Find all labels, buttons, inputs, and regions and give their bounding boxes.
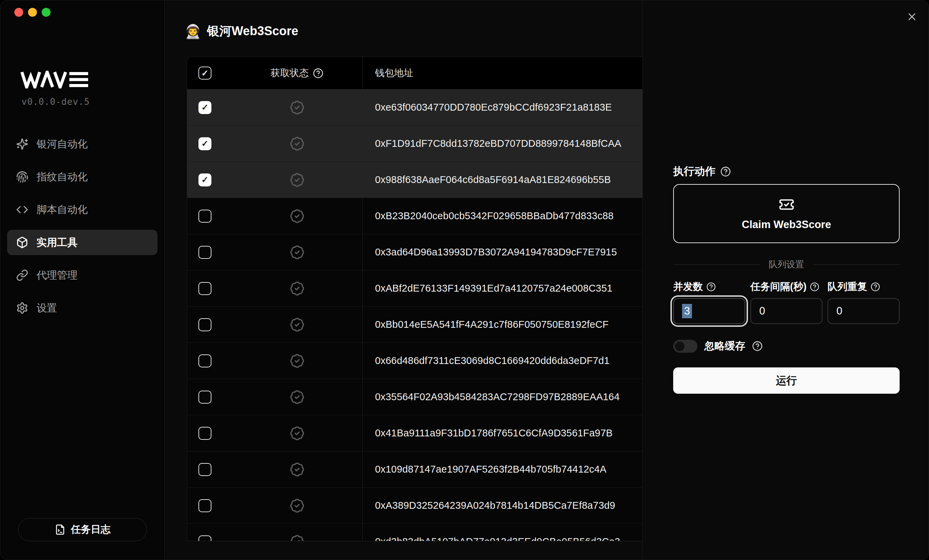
help-icon[interactable] <box>871 282 880 292</box>
gear-icon <box>16 302 28 314</box>
table-row[interactable]: 0xF1D91dF7C8dd13782eBD707DD8899784148BfC… <box>187 125 642 162</box>
zoom-window-button[interactable] <box>42 8 51 17</box>
sidebar-item-5[interactable]: 设置 <box>7 295 158 321</box>
badge-check-icon <box>290 534 305 542</box>
code-icon <box>16 203 28 216</box>
row-checkbox[interactable] <box>198 210 212 223</box>
minimize-window-button[interactable] <box>28 8 37 17</box>
select-all-checkbox[interactable] <box>198 67 212 80</box>
traffic-lights <box>14 8 51 17</box>
row-checkbox[interactable] <box>198 101 212 114</box>
table-row[interactable]: 0x3ad64D96a13993D7B3072A94194783D9cF7E79… <box>187 234 642 271</box>
field-value: 0 <box>759 305 765 317</box>
queue-fields: 并发数 3 任务间隔(秒) 0 队列重复 0 <box>673 280 900 324</box>
badge-check-icon <box>290 317 305 332</box>
badge-check-icon <box>290 462 305 477</box>
badge-check-icon <box>290 390 305 405</box>
close-icon[interactable] <box>906 11 918 23</box>
claim-web3score-button[interactable]: Claim Web3Score <box>673 184 900 243</box>
row-checkbox[interactable] <box>198 137 212 150</box>
table-row[interactable]: 0x41Ba9111a9F31bD1786f7651C6CfA9D3561Fa9… <box>187 415 642 451</box>
table-row[interactable]: 0x109d87147ae1907AF5263f2B44b705fb74412c… <box>187 451 642 488</box>
wallet-address: 0xA389D325264239A024b7814b14DB5Ca7Ef8a73… <box>375 500 615 511</box>
field-input[interactable]: 0 <box>750 298 822 324</box>
row-checkbox[interactable] <box>198 282 212 295</box>
badge-check-icon <box>290 173 305 187</box>
wallet-address: 0xF1D91dF7C8dd13782eBD707DD8899784148BfC… <box>375 138 621 149</box>
field-value: 0 <box>837 305 842 317</box>
field-input[interactable]: 0 <box>828 298 900 324</box>
help-icon[interactable] <box>313 68 323 78</box>
help-icon[interactable] <box>810 282 819 292</box>
help-icon[interactable] <box>706 282 716 292</box>
badge-check-icon <box>290 209 305 223</box>
row-checkbox[interactable] <box>198 318 212 331</box>
row-checkbox[interactable] <box>198 499 212 512</box>
ignore-cache-label: 忽略缓存 <box>704 339 745 353</box>
badge-check-icon <box>290 426 305 441</box>
status-column-header: 获取状态 <box>270 67 309 80</box>
wallet-address: 0x66d486df7311cE3069d8C1669420dd6da3eDF7… <box>375 355 610 366</box>
field-input[interactable]: 3 <box>673 298 745 324</box>
sidebar-item-0[interactable]: 银河自动化 <box>7 132 158 157</box>
wallet-address: 0x35564F02A93b4584283AC7298FD97B2889EAA1… <box>375 391 619 402</box>
close-window-button[interactable] <box>14 8 23 17</box>
run-button[interactable]: 运行 <box>673 367 900 394</box>
sidebar: v0.0.0-dev.5 银河自动化 指纹自动化 脚本自动化 实用工具 代理管理… <box>0 0 165 560</box>
table-row[interactable]: 0x66d486df7311cE3069d8C1669420dd6da3eDF7… <box>187 343 642 379</box>
queue-settings-divider: 队列设置 <box>673 259 900 271</box>
wave-logo <box>20 71 91 89</box>
row-checkbox[interactable] <box>198 391 212 404</box>
queue-field: 任务间隔(秒) 0 <box>750 280 822 324</box>
sidebar-item-3[interactable]: 实用工具 <box>7 230 158 255</box>
action-label-row: 执行动作 <box>673 164 731 179</box>
claim-button-label: Claim Web3Score <box>742 219 831 231</box>
wallet-address: 0xd3b83dbA5107bAD77e913d3EEd9CBe05B56d3C… <box>375 536 620 541</box>
page-title: 👨‍🚀 银河Web3Score <box>184 23 298 40</box>
sidebar-item-2[interactable]: 脚本自动化 <box>7 197 158 222</box>
app-window: v0.0.0-dev.5 银河自动化 指纹自动化 脚本自动化 实用工具 代理管理… <box>0 0 929 560</box>
sidebar-nav: 银河自动化 指纹自动化 脚本自动化 实用工具 代理管理 设置 <box>7 132 158 321</box>
row-checkbox[interactable] <box>198 463 212 476</box>
queue-field: 并发数 3 <box>673 280 745 324</box>
ignore-cache-toggle[interactable] <box>673 340 698 353</box>
sidebar-item-label: 银河自动化 <box>37 137 88 151</box>
help-icon[interactable] <box>721 166 731 177</box>
link-icon <box>16 269 28 282</box>
wallet-address: 0xBb014eE5A541fF4A291c7f86F050750E8192fe… <box>375 319 609 330</box>
badge-check-icon <box>290 136 305 151</box>
row-checkbox[interactable] <box>198 246 212 259</box>
badge-check-icon <box>290 245 305 260</box>
field-label: 并发数 <box>673 280 703 294</box>
row-checkbox[interactable] <box>198 355 212 367</box>
field-label: 队列重复 <box>828 280 867 294</box>
field-label: 任务间隔(秒) <box>750 280 806 294</box>
wallet-address: 0xABf2dE76133F149391Ed7a4120757a24e008C3… <box>375 283 612 294</box>
table-row[interactable]: 0xe63f06034770DD780Ec879bCCdf6923F21a818… <box>187 89 642 125</box>
table-row[interactable]: 0x35564F02A93b4584283AC7298FD97B2889EAA1… <box>187 379 642 415</box>
wallet-address: 0x3ad64D96a13993D7B3072A94194783D9cF7E79… <box>375 246 617 258</box>
badge-check-icon <box>290 281 305 296</box>
table-row[interactable]: 0xABf2dE76133F149391Ed7a4120757a24e008C3… <box>187 271 642 307</box>
table-row[interactable]: 0x988f638AaeF064c6d8a5F6914aA81E824696b5… <box>187 162 642 198</box>
address-column-header: 钱包地址 <box>375 67 413 80</box>
task-log-button[interactable]: 任务日志 <box>18 518 147 541</box>
sidebar-item-4[interactable]: 代理管理 <box>7 263 158 288</box>
ticket-check-icon <box>779 197 794 213</box>
help-icon[interactable] <box>752 341 763 351</box>
ignore-cache-row: 忽略缓存 <box>673 339 763 353</box>
table-row[interactable]: 0xd3b83dbA5107bAD77e913d3EEd9CBe05B56d3C… <box>187 524 642 541</box>
queue-settings-title: 队列设置 <box>769 259 804 271</box>
sidebar-item-label: 代理管理 <box>37 268 78 282</box>
row-checkbox[interactable] <box>198 173 212 187</box>
table-row[interactable]: 0xBb014eE5A541fF4A291c7f86F050750E8192fe… <box>187 307 642 343</box>
table-row[interactable]: 0xB23B2040ceb0cb5342F029658BBaDb477d833c… <box>187 198 642 234</box>
table-row[interactable]: 0xA389D325264239A024b7814b14DB5Ca7Ef8a73… <box>187 488 642 524</box>
fingerprint-icon <box>16 171 28 183</box>
wallet-table: 获取状态 钱包地址 0xe63f06034770DD780Ec879bCCdf6… <box>187 57 642 541</box>
row-checkbox[interactable] <box>198 536 212 542</box>
sidebar-item-label: 实用工具 <box>37 236 78 249</box>
sidebar-item-1[interactable]: 指纹自动化 <box>7 164 158 190</box>
row-checkbox[interactable] <box>198 427 212 440</box>
wallet-address: 0xe63f06034770DD780Ec879bCCdf6923F21a818… <box>375 102 612 113</box>
